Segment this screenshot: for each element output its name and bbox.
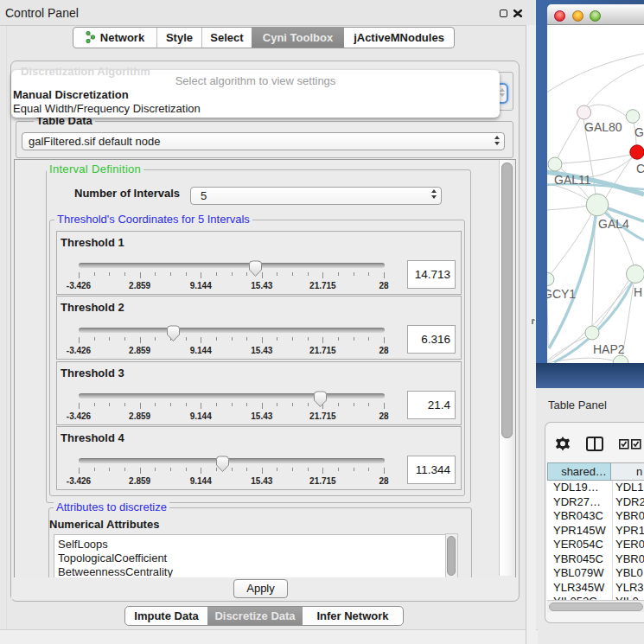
svg-text:GA: GA <box>634 125 644 139</box>
svg-text:GAL4: GAL4 <box>598 217 629 231</box>
svg-text:GAL11: GAL11 <box>554 173 591 187</box>
svg-text:HAP2: HAP2 <box>593 342 625 356</box>
svg-text:C: C <box>636 162 644 175</box>
svg-text:GCY1: GCY1 <box>547 287 576 301</box>
svg-text:H: H <box>634 285 642 299</box>
svg-text:GAL80: GAL80 <box>584 120 622 134</box>
